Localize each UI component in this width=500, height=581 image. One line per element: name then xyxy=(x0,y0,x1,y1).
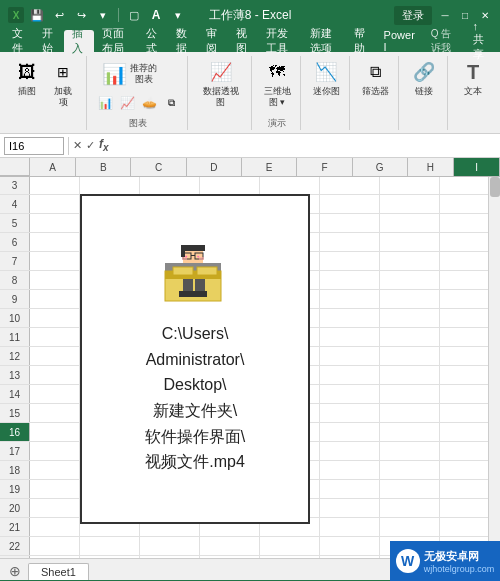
tab-view[interactable]: 视图 xyxy=(228,30,258,52)
row-header-6[interactable]: 6 xyxy=(0,233,30,251)
row-header-16[interactable]: 16 xyxy=(0,423,30,441)
customize-btn[interactable]: ▾ xyxy=(94,6,112,24)
tab-file[interactable]: 文件 xyxy=(4,30,34,52)
row-header-3[interactable]: 3 xyxy=(0,176,30,194)
cell-F13[interactable] xyxy=(320,366,380,384)
tab-data[interactable]: 数据 xyxy=(168,30,198,52)
save-btn[interactable]: 💾 xyxy=(28,6,46,24)
cell-F4[interactable] xyxy=(320,195,380,213)
col-header-i[interactable]: I xyxy=(454,158,500,176)
dropdown-btn[interactable]: ▾ xyxy=(169,6,187,24)
row-header-12[interactable]: 12 xyxy=(0,347,30,365)
cell-F3[interactable] xyxy=(320,176,380,194)
row-header-8[interactable]: 8 xyxy=(0,271,30,289)
cell-C22[interactable] xyxy=(140,537,200,555)
cell-A16[interactable] xyxy=(30,423,80,441)
cell-A19[interactable] xyxy=(30,480,80,498)
col-header-f[interactable]: F xyxy=(297,158,352,176)
cell-A18[interactable] xyxy=(30,461,80,479)
cell-F20[interactable] xyxy=(320,499,380,517)
name-box[interactable]: I16 xyxy=(4,137,64,155)
cell-G7[interactable] xyxy=(380,252,440,270)
col-header-e[interactable]: E xyxy=(242,158,297,176)
sign-in-button[interactable]: 登录 xyxy=(394,6,432,25)
cell-F10[interactable] xyxy=(320,309,380,327)
row-header-15[interactable]: 15 xyxy=(0,404,30,422)
cell-F18[interactable] xyxy=(320,461,380,479)
row-header-11[interactable]: 11 xyxy=(0,328,30,346)
tab-formulas[interactable]: 公式 xyxy=(138,30,168,52)
cell-G3[interactable] xyxy=(380,176,440,194)
cancel-formula-icon[interactable]: ✕ xyxy=(73,139,82,152)
cell-F23[interactable] xyxy=(320,556,380,558)
row-header-10[interactable]: 10 xyxy=(0,309,30,327)
cell-A4[interactable] xyxy=(30,195,80,213)
tab-developer[interactable]: 开发工具 xyxy=(258,30,302,52)
cell-H13[interactable] xyxy=(440,366,490,384)
redo-btn[interactable]: ↪ xyxy=(72,6,90,24)
cell-A14[interactable] xyxy=(30,385,80,403)
cell-G5[interactable] xyxy=(380,214,440,232)
tab-tell-me[interactable]: Q 告诉我 xyxy=(423,30,465,52)
cell-G9[interactable] xyxy=(380,290,440,308)
cell-H21[interactable] xyxy=(440,518,490,536)
scrollbar-thumb[interactable] xyxy=(490,177,500,197)
add-ins-button[interactable]: ⊞ 加载项 xyxy=(46,56,80,110)
cell-G13[interactable] xyxy=(380,366,440,384)
tab-home[interactable]: 开始 xyxy=(34,30,64,52)
cell-F9[interactable] xyxy=(320,290,380,308)
cell-G8[interactable] xyxy=(380,271,440,289)
cell-G6[interactable] xyxy=(380,233,440,251)
row-header-22[interactable]: 22 xyxy=(0,537,30,555)
cell-G21[interactable] xyxy=(380,518,440,536)
cell-F12[interactable] xyxy=(320,347,380,365)
cell-H10[interactable] xyxy=(440,309,490,327)
cell-G14[interactable] xyxy=(380,385,440,403)
bar-chart-btn[interactable]: 📊 xyxy=(95,94,115,112)
tab-new-options[interactable]: 新建选项 xyxy=(302,30,346,52)
col-header-c[interactable]: C xyxy=(131,158,186,176)
cell-H19[interactable] xyxy=(440,480,490,498)
cell-E22[interactable] xyxy=(260,537,320,555)
cell-H3[interactable] xyxy=(440,176,490,194)
cell-H14[interactable] xyxy=(440,385,490,403)
cell-A23[interactable] xyxy=(30,556,80,558)
cell-A22[interactable] xyxy=(30,537,80,555)
cell-C23[interactable] xyxy=(140,556,200,558)
font-color-btn[interactable]: A xyxy=(147,6,165,24)
vertical-scrollbar[interactable] xyxy=(488,176,500,558)
cell-D22[interactable] xyxy=(200,537,260,555)
cell-G12[interactable] xyxy=(380,347,440,365)
cell-F5[interactable] xyxy=(320,214,380,232)
cell-A6[interactable] xyxy=(30,233,80,251)
row-header-21[interactable]: 21 xyxy=(0,518,30,536)
cell-H16[interactable] xyxy=(440,423,490,441)
cell-B3[interactable] xyxy=(80,176,140,194)
tab-page-layout[interactable]: 页面布局 xyxy=(94,30,138,52)
row-header-7[interactable]: 7 xyxy=(0,252,30,270)
cell-H18[interactable] xyxy=(440,461,490,479)
cell-G17[interactable] xyxy=(380,442,440,460)
col-header-g[interactable]: G xyxy=(353,158,408,176)
cell-G10[interactable] xyxy=(380,309,440,327)
row-header-13[interactable]: 13 xyxy=(0,366,30,384)
cell-A3[interactable] xyxy=(30,176,80,194)
row-header-17[interactable]: 17 xyxy=(0,442,30,460)
row-header-20[interactable]: 20 xyxy=(0,499,30,517)
cell-H7[interactable] xyxy=(440,252,490,270)
cell-F15[interactable] xyxy=(320,404,380,422)
slicer-button[interactable]: ⧉ 筛选器 xyxy=(358,56,392,99)
more-charts-btn[interactable]: ⧉ xyxy=(161,94,181,112)
sparkline-button[interactable]: 📉 迷你图 xyxy=(309,56,343,99)
corner-cell[interactable] xyxy=(0,158,30,176)
cell-H8[interactable] xyxy=(440,271,490,289)
cell-E3[interactable] xyxy=(260,176,320,194)
cell-A11[interactable] xyxy=(30,328,80,346)
cell-G20[interactable] xyxy=(380,499,440,517)
undo-btn[interactable]: ↩ xyxy=(50,6,68,24)
3d-map-button[interactable]: 🗺 三维地图 ▾ xyxy=(260,56,294,110)
row-header-18[interactable]: 18 xyxy=(0,461,30,479)
cell-G19[interactable] xyxy=(380,480,440,498)
tab-help[interactable]: 帮助 xyxy=(346,30,376,52)
cell-F17[interactable] xyxy=(320,442,380,460)
